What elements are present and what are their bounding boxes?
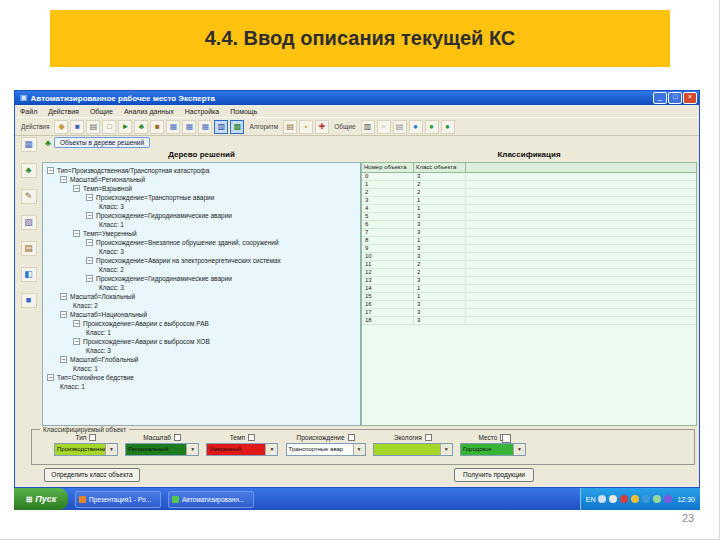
help-icon[interactable]: ● bbox=[425, 120, 439, 134]
combobox-dropdown-icon[interactable]: ▼ bbox=[513, 444, 525, 455]
grid3-icon[interactable]: ▦ bbox=[198, 120, 212, 134]
network-icon[interactable] bbox=[598, 495, 606, 503]
field-combobox[interactable]: Городское▼ bbox=[460, 443, 526, 456]
menu-item-2[interactable]: Общие bbox=[90, 108, 113, 115]
field-checkbox[interactable] bbox=[89, 434, 96, 441]
table-row[interactable]: 53 bbox=[362, 213, 696, 221]
cube-icon[interactable]: ■ bbox=[150, 120, 164, 134]
table-row[interactable]: 112 bbox=[362, 261, 696, 269]
expand-collapse-icon[interactable]: − bbox=[73, 230, 80, 237]
field-combobox[interactable]: Транспортные авар▼ bbox=[286, 443, 366, 456]
table-row[interactable]: 03 bbox=[362, 173, 696, 181]
expand-collapse-icon[interactable]: − bbox=[60, 311, 67, 318]
field-checkbox[interactable] bbox=[425, 434, 432, 441]
menu-item-1[interactable]: Действия bbox=[48, 108, 79, 115]
expand-collapse-icon[interactable]: − bbox=[60, 356, 67, 363]
window-titlebar[interactable]: ▣ Автоматизированное рабочее место Экспе… bbox=[15, 91, 699, 105]
scheduler-icon[interactable] bbox=[664, 495, 672, 503]
tree-node[interactable]: −Темп=Взрывной bbox=[43, 184, 360, 193]
tree-node[interactable]: −Происхождение=Аварии с выбросом ХОВ bbox=[43, 337, 360, 346]
tree-node[interactable]: Класс: 2 bbox=[43, 265, 360, 274]
tree-node[interactable]: −Темп=Умеренный bbox=[43, 229, 360, 238]
edit-shortcut-icon[interactable]: ✎ bbox=[21, 189, 37, 204]
table-row[interactable]: 141 bbox=[362, 285, 696, 293]
column-header[interactable]: Номер объекта bbox=[362, 163, 414, 172]
tree-node[interactable]: −Масштаб=Локальный bbox=[43, 292, 360, 301]
tree-node[interactable]: Класс: 3 bbox=[43, 247, 360, 256]
tree-node[interactable]: −Масштаб=Национальный bbox=[43, 310, 360, 319]
expand-collapse-icon[interactable]: − bbox=[73, 338, 80, 345]
window-icon[interactable]: □ bbox=[102, 120, 116, 134]
combobox-dropdown-icon[interactable]: ▼ bbox=[353, 444, 365, 455]
messenger-icon[interactable] bbox=[631, 495, 639, 503]
table-row[interactable]: 63 bbox=[362, 221, 696, 229]
field-combobox[interactable]: ▼ bbox=[373, 443, 453, 456]
panel-view-icon[interactable]: ▥ bbox=[214, 120, 228, 134]
table-row[interactable]: 41 bbox=[362, 205, 696, 213]
field-combobox[interactable]: Региональный▼ bbox=[125, 443, 199, 456]
tree-icon[interactable]: ♣ bbox=[134, 120, 148, 134]
table-row[interactable]: 173 bbox=[362, 309, 696, 317]
maximize-button[interactable]: □ bbox=[668, 92, 682, 104]
antivirus-icon[interactable] bbox=[620, 495, 628, 503]
run-icon[interactable]: ► bbox=[118, 120, 132, 134]
start-button[interactable]: ⊞ Пуск bbox=[14, 488, 68, 510]
field-combobox[interactable]: Производственная▼ bbox=[54, 443, 118, 456]
table-row[interactable]: 93 bbox=[362, 245, 696, 253]
expand-collapse-icon[interactable]: − bbox=[86, 275, 93, 282]
algorithm-icon[interactable]: ▤ bbox=[283, 120, 297, 134]
menu-item-4[interactable]: Настройка bbox=[185, 108, 219, 115]
decision-tree-panel[interactable]: −Тип=Производственная/Транспортная катас… bbox=[42, 162, 361, 426]
report-icon[interactable]: ▤ bbox=[86, 120, 100, 134]
taskbar-task-1[interactable]: Автоматизированн... bbox=[168, 491, 254, 508]
chart-shortcut-icon[interactable]: ◧ bbox=[21, 267, 37, 282]
tree-node[interactable]: −Тип=Стихийное бедствие bbox=[43, 373, 360, 382]
tree-node[interactable]: Класс: 3 bbox=[43, 346, 360, 355]
combobox-dropdown-icon[interactable]: ▼ bbox=[440, 444, 452, 455]
tree-node[interactable]: −Масштаб=Региональный bbox=[43, 175, 360, 184]
taskbar-clock[interactable]: 12:30 bbox=[677, 496, 695, 503]
taskbar-task-0[interactable]: Презентация1 - Po... bbox=[75, 491, 161, 508]
expand-collapse-icon[interactable]: − bbox=[73, 185, 80, 192]
expand-collapse-icon[interactable]: − bbox=[60, 293, 67, 300]
tree-node[interactable]: −Происхождение=Гидродинамические аварии bbox=[43, 211, 360, 220]
combobox-dropdown-icon[interactable]: ▼ bbox=[265, 444, 277, 455]
tree-node[interactable]: Класс: 1 bbox=[43, 328, 360, 337]
grid-shortcut-icon[interactable]: ▦ bbox=[21, 137, 37, 152]
open-icon[interactable]: ◆ bbox=[54, 120, 68, 134]
tree-shortcut-icon[interactable]: ♣ bbox=[21, 163, 37, 178]
expand-collapse-icon[interactable]: − bbox=[73, 320, 80, 327]
update-icon[interactable] bbox=[642, 495, 650, 503]
tree-node[interactable]: −Масштаб=Глобальный bbox=[43, 355, 360, 364]
classification-table-panel[interactable]: Номер объектаКласс объекта 0312223141536… bbox=[361, 162, 697, 426]
field-checkbox[interactable] bbox=[248, 434, 255, 441]
expand-collapse-icon[interactable]: − bbox=[60, 176, 67, 183]
usb-icon[interactable] bbox=[653, 495, 661, 503]
extra-checkbox[interactable] bbox=[502, 434, 511, 443]
combobox-dropdown-icon[interactable]: ▼ bbox=[105, 444, 117, 455]
minimize-button[interactable]: _ bbox=[653, 92, 667, 104]
tab-decision-tree-objects[interactable]: Объекты в дереве решений bbox=[54, 137, 150, 148]
doc-icon[interactable]: ▤ bbox=[393, 120, 407, 134]
tree-node[interactable]: Класс: 1 bbox=[43, 382, 360, 391]
tools-icon[interactable]: ✚ bbox=[315, 120, 329, 134]
table-row[interactable]: 151 bbox=[362, 293, 696, 301]
menu-item-0[interactable]: Файл bbox=[20, 108, 37, 115]
tree-node[interactable]: −Происхождение=Аварии на электроэнергети… bbox=[43, 256, 360, 265]
table-row[interactable]: 12 bbox=[362, 181, 696, 189]
tree-node[interactable]: −Происхождение=Гидродинамические аварии bbox=[43, 274, 360, 283]
expand-collapse-icon[interactable]: − bbox=[86, 257, 93, 264]
expand-collapse-icon[interactable]: − bbox=[86, 212, 93, 219]
save-icon[interactable]: ■ bbox=[70, 120, 84, 134]
field-checkbox[interactable] bbox=[174, 434, 181, 441]
tree-node[interactable]: −Происхождение=Аварии с выбросом РАВ bbox=[43, 319, 360, 328]
tree-node[interactable]: −Происхождение=Внезапное обрушение здани… bbox=[43, 238, 360, 247]
combobox-dropdown-icon[interactable]: ▼ bbox=[186, 444, 198, 455]
expand-collapse-icon[interactable]: − bbox=[47, 167, 54, 174]
save-shortcut-icon[interactable]: ■ bbox=[21, 293, 37, 308]
expand-collapse-icon[interactable]: − bbox=[86, 239, 93, 246]
expand-collapse-icon[interactable]: − bbox=[47, 374, 54, 381]
tree-node[interactable]: Класс: 3 bbox=[43, 202, 360, 211]
grid2-icon[interactable]: ▦ bbox=[182, 120, 196, 134]
table-row[interactable]: 133 bbox=[362, 277, 696, 285]
